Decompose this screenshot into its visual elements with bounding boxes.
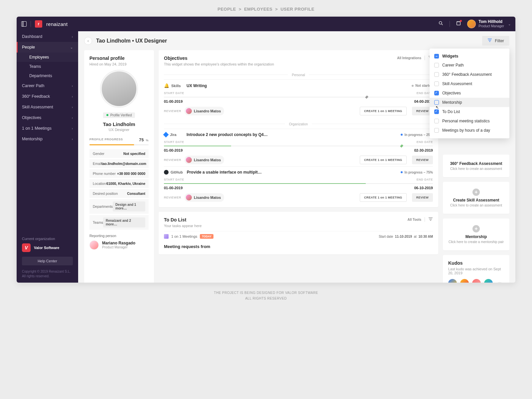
kudo-badge[interactable]: 20 [448,279,457,283]
cursor-icon: ↖ [436,105,439,110]
org-logo-icon: V [22,243,31,252]
filter-icon [487,38,492,43]
nav-objectives[interactable]: Objectives› [17,112,78,123]
filter-item-mentorship[interactable]: Mentorship↖ [430,98,509,107]
todo-title: To Do List [164,217,201,222]
jira-icon [163,132,169,138]
divider [450,21,450,27]
nav-meetings[interactable]: 1 on 1 Meetings› [17,123,78,134]
all-tools-link[interactable]: All Tools [408,218,421,221]
info-email: Emailtao.lindholm@domain.com [89,159,149,168]
kudos-sub: Last kudo was achieved on Sept 20, 2019 [448,267,504,275]
mentorship-create-card[interactable]: + Mentorship Click here to create a ment… [443,218,509,250]
sidebar-toggle-icon[interactable] [21,21,27,27]
objective-title: Introduce 2 new product concepts by Q4… [187,132,268,137]
help-center-button[interactable]: Help Center [22,257,73,265]
filter-item-career-path[interactable]: Career Path [430,61,509,70]
sidebar: Dashboard› People⌄ Employees Teams Depar… [17,31,78,283]
settings-icon[interactable] [428,217,433,222]
section-personal: Personal [288,73,309,77]
objective-item: GitHub Provide a usable interface on mul… [164,166,433,202]
plus-icon: + [472,189,480,196]
svg-line-1 [442,24,443,25]
meeting-requests-heading: Meeting requests from [164,241,433,249]
nav-sub-teams[interactable]: Teams [17,62,78,71]
divider [31,21,31,27]
filter-button[interactable]: Filter [482,36,509,46]
review-button[interactable]: REVIEW [412,156,433,164]
nav-skill-assessment[interactable]: Skill Assessment› [17,102,78,112]
bell-icon: 🔔 [164,83,169,88]
svg-point-0 [439,22,442,24]
filter-item-stats[interactable]: Personal meeting statistics [430,116,509,126]
filter-widgets-header[interactable]: − Widgets [430,52,509,61]
create-meeting-button[interactable]: CREATE 1 on 1 MEETING [360,193,407,202]
nav-feedback[interactable]: 360° Feedback› [17,91,78,102]
info-teams[interactable]: TeamsRenaizant and 2 more… [89,215,149,230]
breadcrumb: PEOPLE>EMPLOYEES>USER PROFILE [17,7,515,12]
notifications-icon[interactable] [456,21,461,27]
filter-item-hours[interactable]: Meetings by hours of a day [430,126,509,135]
create-meeting-button[interactable]: CREATE 1 on 1 MEETING [360,156,407,164]
status-badge: In progress – 75% [401,171,433,174]
objective-item: Jira Introduce 2 new product concepts by… [164,129,433,164]
filter-item-skill[interactable]: Skill Assessment [430,79,509,88]
back-button[interactable]: ‹ [84,37,92,45]
kudo-badge[interactable]: 2 [472,279,481,283]
info-desired-position: Desired positionConsultant [89,189,149,198]
nav-people[interactable]: People⌄ [17,42,78,53]
objective-title: Provide a usable interface on multiplt… [187,170,262,175]
profile-name: Tao Lindholm [89,121,149,127]
info-departments[interactable]: DepartmentsDesign and 1 more… [89,199,149,214]
info-phone: Phone number+38 000 000 0000 [89,169,149,178]
content: ‹ Tao Lindholm • UX Designer Filter − Wi… [78,31,515,283]
reviewer-chip[interactable]: Lisandro Matos [185,107,224,115]
today-badge: TODAY [200,234,213,239]
nav-career-path[interactable]: Career Path› [17,80,78,91]
page-title: Tao Lindholm • UX Designer [96,38,167,44]
profile-title: Personal profile [89,56,149,61]
filter-panel: − Widgets Career Path 360° Feedback Asse… [430,49,509,138]
indeterminate-icon: − [434,54,439,59]
feedback-create-card[interactable]: 360° Feedback Assessment Click here to c… [443,155,509,177]
add-kudo-button[interactable]: + [496,282,503,283]
section-org: Organization [285,122,312,126]
nav-sub-employees[interactable]: Employees [17,53,78,62]
create-meeting-button[interactable]: CREATE 1 on 1 MEETING [360,107,407,115]
reviewer-chip[interactable]: Lisandro Matos [185,193,224,202]
nav-sub-departments[interactable]: Departments [17,71,78,80]
search-icon[interactable] [438,21,444,27]
todo-date: Start date 11-10-2019 at 10:30 AM [379,235,433,238]
info-gender: GenderNot specified [89,149,149,158]
kudos-title: Kudos [448,260,504,266]
github-icon [164,170,169,175]
topbar: r renaizant Tom Hillhold Product Manager… [17,17,515,31]
todo-item[interactable]: 1 on 1 Meetings TODAY Start date 11-10-2… [164,231,433,241]
avatar-icon [467,20,476,28]
reviewer-chip[interactable]: Lisandro Matos [185,156,224,164]
svg-rect-2 [457,22,461,25]
filter-item-todo[interactable]: To Do List [430,107,509,116]
nav-dashboard[interactable]: Dashboard› [17,31,78,42]
all-integrations-link[interactable]: All Integrations [397,56,421,60]
chevron-down-icon: ⌄ [508,22,511,26]
nav-mentorship[interactable]: Mentorship› [17,134,78,144]
skill-create-card[interactable]: + Create Skill Assessment Click here to … [443,182,509,214]
user-menu[interactable]: Tom Hillhold Product Manager ⌄ [467,20,511,28]
footer-note: THE PROJECT IS BEING DESIGNED FOR VALOR … [17,290,515,301]
plus-icon: + [472,225,480,232]
objectives-card: Objectives This widget shows the employe… [159,50,438,207]
todo-card: To Do List Your tasks appear here All To… [159,212,438,254]
avatar-icon [89,240,99,250]
info-location: Location61000, Kharkiv, Ukraine [89,179,149,188]
filter-item-feedback[interactable]: 360° Feedback Assessment [430,70,509,79]
filter-item-objectives[interactable]: Objectives [430,88,509,98]
kudo-badge[interactable]: 4 [484,279,493,283]
org-switcher[interactable]: V Valor Software [22,243,73,252]
kudo-badge[interactable]: 8 [460,279,469,283]
todo-sub: Your tasks appear here [164,224,201,228]
meeting-icon [164,234,169,239]
profile-progress-bar [89,144,149,145]
review-button[interactable]: REVIEW [412,193,433,202]
reporting-person[interactable]: Mariano Rasgado Product Manager [89,240,149,250]
